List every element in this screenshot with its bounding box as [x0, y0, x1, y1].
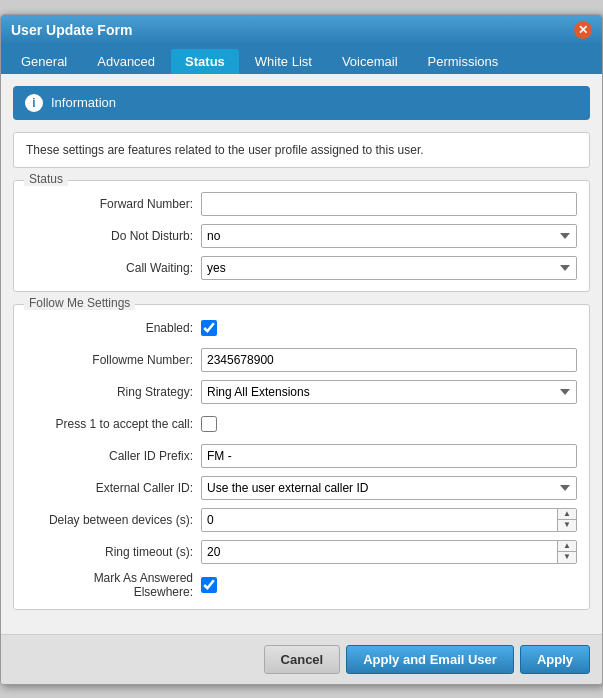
do-not-disturb-row: Do Not Disturb: no yes — [26, 223, 577, 249]
cancel-button[interactable]: Cancel — [264, 645, 341, 674]
caller-id-prefix-label: Caller ID Prefix: — [26, 449, 201, 463]
title-bar: User Update Form ✕ — [1, 15, 602, 45]
followme-number-input[interactable] — [201, 348, 577, 372]
ring-strategy-label: Ring Strategy: — [26, 385, 201, 399]
forward-number-label: Forward Number: — [26, 197, 201, 211]
info-title: Information — [51, 95, 116, 110]
tab-general[interactable]: General — [7, 49, 81, 74]
info-icon: i — [25, 94, 43, 112]
ring-strategy-select[interactable]: Ring All Extensions Round Robin Hunt Mem… — [201, 380, 577, 404]
do-not-disturb-select[interactable]: no yes — [201, 224, 577, 248]
delay-between-label: Delay between devices (s): — [26, 513, 201, 527]
call-waiting-label: Call Waiting: — [26, 261, 201, 275]
external-caller-id-label: External Caller ID: — [26, 481, 201, 495]
external-caller-id-select[interactable]: Use the user external caller ID Custom N… — [201, 476, 577, 500]
followme-number-row: Followme Number: — [26, 347, 577, 373]
content-area: i Information These settings are feature… — [1, 74, 602, 634]
delay-between-row: Delay between devices (s): ▲ ▼ — [26, 507, 577, 533]
press1-row: Press 1 to accept the call: — [26, 411, 577, 437]
caller-id-prefix-row: Caller ID Prefix: — [26, 443, 577, 469]
status-legend: Status — [24, 172, 68, 186]
follow-me-legend: Follow Me Settings — [24, 296, 135, 310]
tab-status[interactable]: Status — [171, 49, 239, 74]
follow-me-section: Follow Me Settings Enabled: Followme Num… — [13, 304, 590, 610]
tab-advanced[interactable]: Advanced — [83, 49, 169, 74]
delay-between-up[interactable]: ▲ — [558, 509, 576, 520]
status-section: Status Forward Number: Do Not Disturb: n… — [13, 180, 590, 292]
call-waiting-row: Call Waiting: yes no — [26, 255, 577, 281]
delay-between-spinner: ▲ ▼ — [201, 508, 577, 532]
ring-timeout-spinner: ▲ ▼ — [201, 540, 577, 564]
call-waiting-select[interactable]: yes no — [201, 256, 577, 280]
forward-number-input[interactable] — [201, 192, 577, 216]
followme-number-label: Followme Number: — [26, 353, 201, 367]
ring-strategy-row: Ring Strategy: Ring All Extensions Round… — [26, 379, 577, 405]
mark-answered-row: Mark As Answered Elsewhere: — [26, 571, 577, 599]
ring-timeout-spinner-buttons: ▲ ▼ — [557, 541, 576, 563]
info-description: These settings are features related to t… — [13, 132, 590, 168]
tab-voicemail[interactable]: Voicemail — [328, 49, 412, 74]
mark-answered-label: Mark As Answered Elsewhere: — [26, 571, 201, 599]
apply-button[interactable]: Apply — [520, 645, 590, 674]
ring-timeout-input[interactable] — [202, 541, 557, 563]
mark-answered-checkbox[interactable] — [201, 577, 217, 593]
apply-email-button[interactable]: Apply and Email User — [346, 645, 514, 674]
ring-timeout-row: Ring timeout (s): ▲ ▼ — [26, 539, 577, 565]
ring-timeout-label: Ring timeout (s): — [26, 545, 201, 559]
tab-bar: General Advanced Status White List Voice… — [1, 45, 602, 74]
close-button[interactable]: ✕ — [574, 21, 592, 39]
delay-between-down[interactable]: ▼ — [558, 519, 576, 531]
caller-id-prefix-input[interactable] — [201, 444, 577, 468]
ring-timeout-up[interactable]: ▲ — [558, 541, 576, 552]
dialog-title: User Update Form — [11, 22, 132, 38]
tab-permissions[interactable]: Permissions — [414, 49, 513, 74]
forward-number-row: Forward Number: — [26, 191, 577, 217]
enabled-checkbox[interactable] — [201, 320, 217, 336]
do-not-disturb-label: Do Not Disturb: — [26, 229, 201, 243]
delay-between-input[interactable] — [202, 509, 557, 531]
enabled-label: Enabled: — [26, 321, 201, 335]
tab-whitelist[interactable]: White List — [241, 49, 326, 74]
delay-between-spinner-buttons: ▲ ▼ — [557, 509, 576, 531]
footer: Cancel Apply and Email User Apply — [1, 634, 602, 684]
user-update-dialog: User Update Form ✕ General Advanced Stat… — [0, 14, 603, 685]
ring-timeout-down[interactable]: ▼ — [558, 551, 576, 563]
press1-checkbox[interactable] — [201, 416, 217, 432]
enabled-row: Enabled: — [26, 315, 577, 341]
press1-label: Press 1 to accept the call: — [26, 417, 201, 431]
info-banner: i Information — [13, 86, 590, 120]
external-caller-id-row: External Caller ID: Use the user externa… — [26, 475, 577, 501]
